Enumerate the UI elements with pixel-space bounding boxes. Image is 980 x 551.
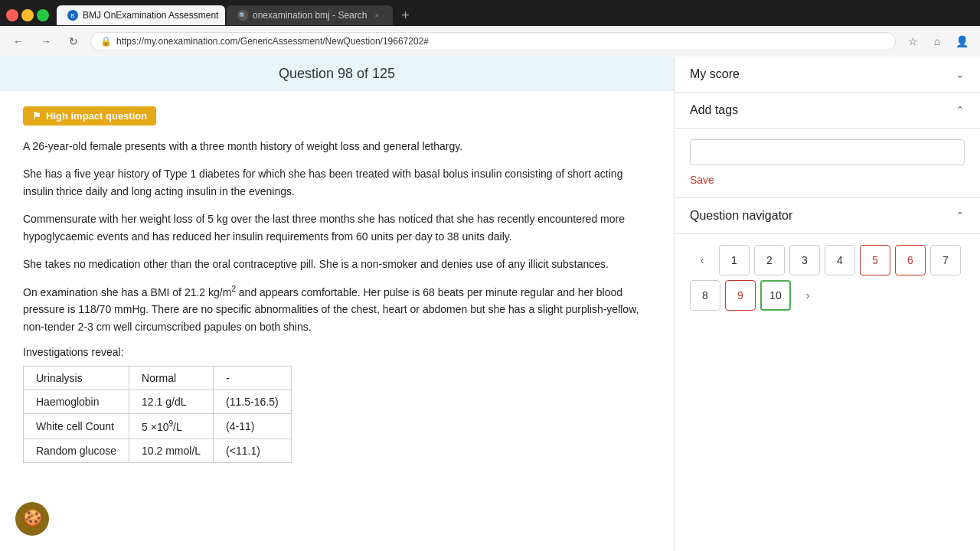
navigator-next-button[interactable]: › bbox=[795, 283, 820, 308]
forward-button[interactable]: → bbox=[35, 31, 57, 52]
tab-bar: × – + B BMJ OnExamination Assessment × 🔍… bbox=[0, 0, 980, 26]
close-window-button[interactable]: × bbox=[6, 9, 18, 21]
table-cell-range: - bbox=[214, 367, 291, 390]
add-tags-chevron-icon: ⌃ bbox=[956, 104, 965, 116]
tab-label-1: BMJ OnExamination Assessment bbox=[83, 10, 218, 21]
page-content: Question 98 of 125 ⚑ High impact questio… bbox=[0, 57, 980, 551]
lock-icon: 🔒 bbox=[100, 36, 112, 47]
navigator-button-1[interactable]: 1 bbox=[719, 245, 750, 276]
navigator-title: Question navigator bbox=[690, 209, 792, 223]
table-cell-value: 12.1 g/dL bbox=[129, 390, 214, 414]
navigator-chevron-icon: ⌃ bbox=[956, 210, 965, 222]
navigator-section-body: ‹ 1 2 3 4 5 6 7 8 9 10 › bbox=[675, 234, 980, 321]
browser-chrome: × – + B BMJ OnExamination Assessment × 🔍… bbox=[0, 0, 980, 57]
table-cell-value: 10.2 mmol/L bbox=[129, 439, 214, 462]
navigator-button-9[interactable]: 9 bbox=[725, 280, 756, 311]
tags-input[interactable] bbox=[690, 139, 965, 165]
my-score-title: My score bbox=[690, 67, 740, 81]
table-cell-range: (11.5-16.5) bbox=[214, 390, 291, 414]
table-row: Urinalysis Normal - bbox=[24, 367, 292, 390]
home-button[interactable]: ⌂ bbox=[926, 31, 948, 52]
table-cell-value: 5 ×109/L bbox=[129, 414, 214, 439]
profile-button[interactable]: 👤 bbox=[951, 31, 972, 52]
navigator-button-3[interactable]: 3 bbox=[789, 245, 820, 276]
navigator-button-10[interactable]: 10 bbox=[760, 280, 791, 311]
badge-label: High impact question bbox=[46, 110, 147, 122]
tab-close-2[interactable]: × bbox=[371, 10, 382, 21]
table-row: Haemoglobin 12.1 g/dL (11.5-16.5) bbox=[24, 390, 292, 414]
add-tags-section-header[interactable]: Add tags ⌃ bbox=[675, 93, 980, 129]
tab-label-2: onexamination bmj - Search bbox=[253, 10, 367, 21]
add-tags-section-body: Save bbox=[675, 129, 980, 198]
high-impact-badge: ⚑ High impact question bbox=[23, 106, 156, 126]
minimize-window-button[interactable]: – bbox=[21, 9, 34, 21]
maximize-window-button[interactable]: + bbox=[37, 9, 49, 21]
navigator-button-8[interactable]: 8 bbox=[690, 280, 720, 311]
my-score-chevron-icon: ⌄ bbox=[956, 68, 965, 80]
table-row: Random glucose 10.2 mmol/L (<11.1) bbox=[24, 439, 292, 462]
investigations-label: Investigations reveal: bbox=[23, 346, 651, 358]
reload-button[interactable]: ↻ bbox=[63, 31, 84, 52]
paragraph-4: She takes no medication other than the o… bbox=[23, 256, 651, 272]
question-title: Question 98 of 125 bbox=[279, 66, 395, 81]
url-text: https://my.onexamination.com/GenericAsse… bbox=[116, 36, 886, 47]
tab-favicon-2: 🔍 bbox=[237, 10, 248, 21]
add-tags-title: Add tags bbox=[690, 103, 738, 117]
navigator-button-7[interactable]: 7 bbox=[930, 245, 961, 276]
new-tab-button[interactable]: + bbox=[394, 5, 416, 26]
badge-icon: ⚑ bbox=[32, 110, 41, 122]
navigation-bar: ← → ↻ 🔒 https://my.onexamination.com/Gen… bbox=[0, 26, 980, 57]
table-cell-test: Urinalysis bbox=[24, 367, 129, 390]
address-bar[interactable]: 🔒 https://my.onexamination.com/GenericAs… bbox=[90, 32, 896, 51]
table-cell-test: Haemoglobin bbox=[24, 390, 129, 414]
table-cell-test: White cell Count bbox=[24, 414, 129, 439]
save-button[interactable]: Save bbox=[690, 174, 714, 186]
back-button[interactable]: ← bbox=[8, 31, 29, 52]
window-controls: × – + bbox=[6, 9, 49, 21]
navigator-button-2[interactable]: 2 bbox=[754, 245, 785, 276]
table-cell-range: (<11.1) bbox=[214, 439, 291, 462]
paragraph-1: A 26-year-old female presents with a thr… bbox=[23, 138, 651, 155]
navigator-section-header[interactable]: Question navigator ⌃ bbox=[675, 198, 980, 234]
tab-search[interactable]: 🔍 onexamination bmj - Search × bbox=[227, 5, 393, 25]
tab-favicon-1: B bbox=[67, 10, 78, 21]
question-header: Question 98 of 125 bbox=[0, 57, 674, 91]
table-cell-test: Random glucose bbox=[24, 439, 129, 462]
navigator-button-5[interactable]: 5 bbox=[860, 245, 890, 276]
cookie-button[interactable]: 🍪 bbox=[15, 502, 49, 536]
table-row: White cell Count 5 ×109/L (4-11) bbox=[24, 414, 292, 439]
table-cell-value: Normal bbox=[129, 367, 214, 390]
paragraph-3: Commensurate with her weight loss of 5 k… bbox=[23, 210, 651, 245]
investigations-table: Urinalysis Normal - Haemoglobin 12.1 g/d… bbox=[23, 366, 292, 463]
paragraph-5: On examination she has a BMI of 21.2 kg/… bbox=[23, 283, 651, 335]
question-body: ⚑ High impact question A 26-year-old fem… bbox=[0, 91, 674, 487]
bookmark-button[interactable]: ☆ bbox=[902, 31, 923, 52]
right-sidebar: My score ⌄ Add tags ⌃ Save Question navi… bbox=[674, 57, 980, 551]
paragraph-2: She has a five year history of Type 1 di… bbox=[23, 165, 651, 200]
navigator-grid: ‹ 1 2 3 4 5 6 7 8 9 10 › bbox=[690, 245, 965, 311]
table-cell-range: (4-11) bbox=[214, 414, 291, 439]
tab-bmj-assessment[interactable]: B BMJ OnExamination Assessment × bbox=[57, 5, 225, 25]
navigator-button-6[interactable]: 6 bbox=[895, 245, 926, 276]
main-content: Question 98 of 125 ⚑ High impact questio… bbox=[0, 57, 674, 551]
navigator-prev-button[interactable]: ‹ bbox=[690, 248, 714, 272]
navigator-button-4[interactable]: 4 bbox=[825, 245, 855, 276]
tab-close-1[interactable]: × bbox=[223, 10, 225, 21]
browser-nav-icons: ☆ ⌂ 👤 bbox=[902, 31, 972, 52]
my-score-section-header[interactable]: My score ⌄ bbox=[675, 57, 980, 93]
